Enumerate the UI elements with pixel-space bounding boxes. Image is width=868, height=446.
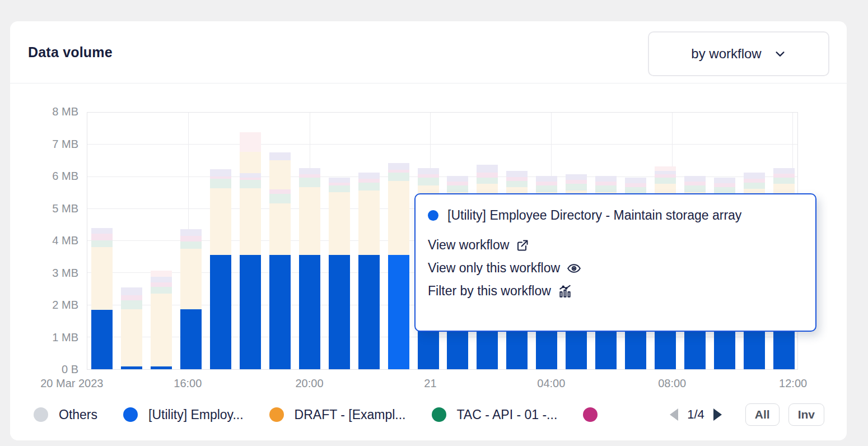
view-only-workflow-link[interactable]: View only this workflow <box>428 261 581 276</box>
legend-label-utility: [Utility] Employ... <box>148 407 244 422</box>
bar-segment-green <box>329 185 350 192</box>
bar-segment-pink <box>595 182 617 185</box>
legend-pager: 1/4 <box>670 407 722 422</box>
bar-segment-cream <box>91 247 113 310</box>
chart-stats-icon <box>558 284 572 299</box>
bar-segment-lavender <box>536 176 557 182</box>
bar-segment-lavender <box>625 178 646 183</box>
legend-swatch-utility <box>123 407 138 422</box>
bar-segment-green <box>210 179 231 188</box>
filter-by-workflow-link[interactable]: Filter by this workflow <box>428 284 572 299</box>
x-tick-label: 16:00 <box>174 377 202 390</box>
legend-item-utility[interactable]: [Utility] Employ... <box>123 407 244 422</box>
bar-segment-cream <box>240 152 261 174</box>
bar-segment-pink <box>180 236 202 241</box>
x-tick-label: 20 Mar 2023 <box>40 377 103 390</box>
bar-segment-cream <box>388 181 409 255</box>
view-workflow-link[interactable]: View workflow <box>428 238 529 253</box>
bar-segment-lavender <box>506 171 528 176</box>
bar-segment-green <box>655 178 676 184</box>
x-tick-label: 20:00 <box>295 377 323 390</box>
card-header: Data volume by workflow <box>10 21 847 83</box>
x-tick-label: 12:00 <box>779 377 807 390</box>
filter-by-workflow-label: Filter by this workflow <box>428 284 551 299</box>
bar-segment-green <box>151 287 172 294</box>
x-tick-label: 04:00 <box>537 377 565 390</box>
bar-segment-green <box>714 187 735 194</box>
bar-segment-green <box>595 185 617 192</box>
bar-segment-pink <box>625 183 646 187</box>
bar-segment-cream <box>329 192 350 255</box>
legend-prev-icon[interactable] <box>670 408 678 421</box>
bar-segment-green <box>536 185 557 192</box>
bar-segment-green <box>269 194 291 203</box>
legend-inv-button[interactable]: Inv <box>788 403 824 426</box>
bar-segment-green <box>773 178 795 184</box>
legend-swatch-tac <box>432 407 446 422</box>
bar-segment-blue <box>121 366 142 369</box>
view-only-workflow-label: View only this workflow <box>428 261 560 276</box>
legend-next-icon[interactable] <box>713 408 722 421</box>
bar-segment-lavender <box>418 168 439 175</box>
legend-item-others[interactable]: Others <box>34 407 97 422</box>
bar-segment-lavender <box>773 168 795 174</box>
bar-segment-pink <box>684 182 706 185</box>
bar-segment-lavender <box>240 173 261 178</box>
legend-swatch-others <box>34 407 48 422</box>
page-title: Data volume <box>28 44 113 61</box>
bar-segment-lavender <box>595 176 617 182</box>
bar-segment-rose <box>240 132 261 152</box>
y-tick-label: 4 MB <box>28 234 78 247</box>
bar-segment-pink <box>269 189 291 193</box>
bar-segment-blue <box>299 255 320 369</box>
legend-item-draft[interactable]: DRAFT - [Exampl... <box>269 407 406 422</box>
bar-segment-cream <box>269 203 291 255</box>
bar-segment-green <box>744 183 765 189</box>
bar-segment-cream <box>358 191 380 255</box>
bar-segment-lavender <box>299 168 320 175</box>
bar-segment-pink <box>121 295 142 300</box>
y-tick-label: 3 MB <box>28 267 78 280</box>
bar-segment-lavender <box>151 277 172 282</box>
x-tick-label: 08:00 <box>658 377 686 390</box>
bar-segment-blue <box>358 255 380 369</box>
eye-icon <box>567 261 581 276</box>
bar-segment-pink <box>773 174 795 178</box>
group-by-dropdown-value: by workflow <box>691 46 761 62</box>
bar-segment-lavender <box>477 165 498 173</box>
bar-segment-pink <box>329 183 350 186</box>
bar-segment-pink <box>240 178 261 179</box>
legend-item-tac[interactable]: TAC - API - 01 -... <box>432 407 558 422</box>
bar-segment-lavender <box>714 178 735 183</box>
bar-segment-green <box>91 240 113 247</box>
bar-segment-cream <box>180 249 202 309</box>
bar-segment-lavender <box>744 173 765 178</box>
bar-segment-green <box>358 183 380 191</box>
bar-segment-pink <box>744 179 765 183</box>
external-link-icon <box>516 239 529 252</box>
bar-segment-cream <box>299 187 320 255</box>
bar-segment-lavender <box>121 287 142 295</box>
bar-segment-lavender <box>655 171 676 174</box>
legend-swatch-draft <box>269 407 284 422</box>
bar-segment-blue <box>329 255 350 369</box>
bar-segment-green <box>388 173 409 180</box>
series-tooltip: [Utility] Employee Directory - Maintain … <box>414 193 816 332</box>
y-tick-label: 1 MB <box>28 331 78 344</box>
bar-segment-pink <box>418 174 439 178</box>
bar-segment-pink <box>151 282 172 287</box>
bar-segment-cream <box>269 160 291 189</box>
bar-segment-lavender <box>180 229 202 236</box>
x-tick-label: 21 <box>424 377 436 390</box>
data-volume-card: Data volume by workflow 0 B1 MB2 MB3 MB4… <box>10 21 847 440</box>
group-by-dropdown[interactable]: by workflow <box>648 31 829 76</box>
legend-item-magenta[interactable] <box>583 407 598 422</box>
legend-all-button[interactable]: All <box>745 403 780 426</box>
legend-page-indicator: 1/4 <box>687 407 704 422</box>
bar-segment-green <box>447 185 468 192</box>
view-workflow-label: View workflow <box>428 238 509 253</box>
bar-segment-green <box>299 178 320 187</box>
y-tick-label: 2 MB <box>28 299 78 312</box>
bar-segment-green <box>566 184 587 191</box>
bar-segment-lavender <box>684 176 706 182</box>
